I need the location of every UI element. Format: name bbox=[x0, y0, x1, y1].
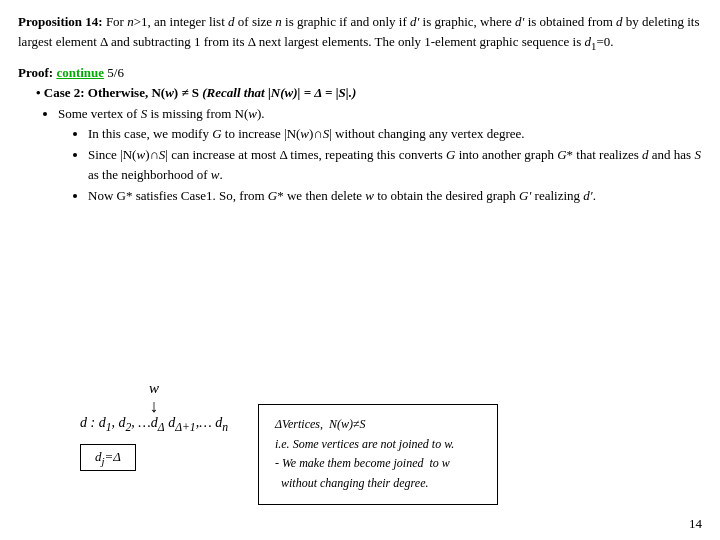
proposition-label: Proposition 14: bbox=[18, 14, 103, 29]
case2-label: Case 2: bbox=[44, 85, 88, 100]
sub-bullet-list: In this case, we modify G to increase |N… bbox=[88, 124, 702, 206]
d-sequence: d : d1, d2, …dΔ dΔ+1,… dn bbox=[80, 415, 228, 434]
down-arrow: ↓ bbox=[149, 397, 158, 415]
page: Proposition 14: For n>1, an integer list… bbox=[0, 0, 720, 540]
bullet-list: Some vertex of S is missing from N(w). I… bbox=[58, 104, 702, 206]
fraction: 5/6 bbox=[104, 65, 124, 80]
sub-bullet-2: Since |N(w)∩S| can increase at most Δ ti… bbox=[88, 145, 702, 184]
proposition: Proposition 14: For n>1, an integer list… bbox=[18, 12, 702, 53]
recall-text: (Recall that |N(w)| = Δ = |S|.) bbox=[202, 85, 356, 100]
page-number: 14 bbox=[689, 516, 702, 532]
proof-section: Proof: continue 5/6 • Case 2: Otherwise,… bbox=[18, 63, 702, 206]
diagram-right-box: ΔVertices, N(w)≠S i.e. Some vertices are… bbox=[258, 404, 498, 505]
bullet-item-1: Some vertex of S is missing from N(w). I… bbox=[58, 104, 702, 206]
bullet-text-1: Some vertex of S is missing from N(w). bbox=[58, 106, 265, 121]
case2-line: • Case 2: Otherwise, N(w) ≠ S (Recall th… bbox=[36, 83, 702, 103]
sub-bullet-1: In this case, we modify G to increase |N… bbox=[88, 124, 702, 144]
sub-bullet-3: Now G* satisfies Case1. So, from G* we t… bbox=[88, 186, 702, 206]
right-line4: without changing their degree. bbox=[275, 474, 481, 494]
right-line2: i.e. Some vertices are not joined to w. bbox=[275, 435, 481, 455]
right-line1: ΔVertices, N(w)≠S bbox=[275, 415, 481, 435]
diagram-left: w ↓ d : d1, d2, …dΔ dΔ+1,… dn dj=Δ bbox=[80, 380, 228, 471]
right-line3: - We make them become joined to w bbox=[275, 454, 481, 474]
case2-text: Otherwise, N(w) ≠ S (Recall that |N(w)| … bbox=[88, 85, 356, 100]
d-box: dj=Δ bbox=[80, 444, 136, 472]
diagram: w ↓ d : d1, d2, …dΔ dΔ+1,… dn dj=Δ ΔVert… bbox=[80, 380, 498, 505]
proof-header: Proof: continue 5/6 bbox=[18, 63, 702, 83]
w-label: w bbox=[149, 380, 159, 397]
proposition-title: Proposition 14: For n>1, an integer list… bbox=[18, 14, 700, 49]
proof-label: Proof: bbox=[18, 65, 56, 80]
continue-word: continue bbox=[56, 65, 104, 80]
